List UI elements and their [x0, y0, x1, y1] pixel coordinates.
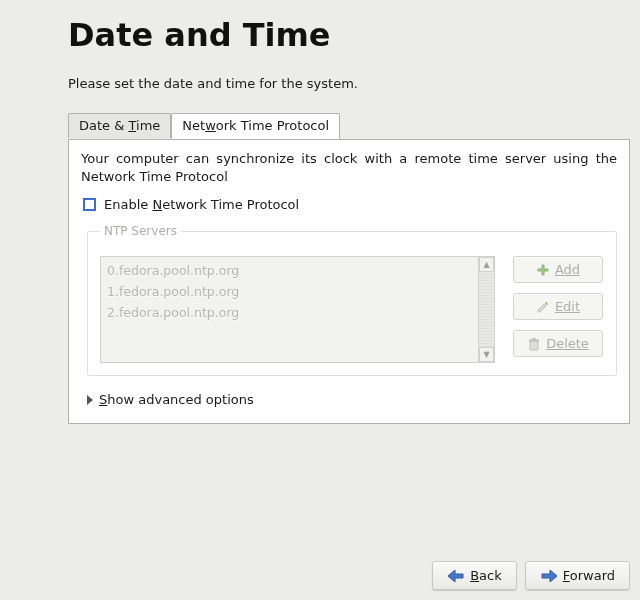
tab-panel-ntp: Your computer can synchronize its clock … [68, 139, 630, 424]
expander-triangle-icon [87, 395, 93, 405]
forward-label: Forward [563, 568, 615, 583]
tab-ntp[interactable]: Network Time Protocol [171, 113, 340, 139]
edit-label: Edit [555, 299, 580, 314]
tab-date-time[interactable]: Date & Time [68, 113, 171, 138]
svg-rect-1 [532, 338, 536, 340]
forward-button[interactable]: Forward [525, 561, 630, 590]
ntp-server-item[interactable]: 1.fedora.pool.ntp.org [101, 281, 478, 302]
ntp-servers-legend: NTP Servers [100, 224, 181, 238]
delete-label: Delete [546, 336, 589, 351]
back-button[interactable]: Back [432, 561, 517, 590]
edit-icon [536, 300, 550, 314]
add-label: Add [555, 262, 580, 277]
scroll-down-button[interactable]: ▼ [479, 347, 494, 362]
ntp-server-item[interactable]: 2.fedora.pool.ntp.org [101, 302, 478, 323]
forward-arrow-icon [540, 569, 558, 583]
back-label: Back [470, 568, 502, 583]
svg-rect-0 [529, 339, 539, 341]
ntp-server-item[interactable]: 0.fedora.pool.ntp.org [101, 260, 478, 281]
page-instruction: Please set the date and time for the sys… [0, 54, 640, 91]
enable-ntp-label: Enable Network Time Protocol [104, 197, 299, 212]
delete-icon [527, 337, 541, 351]
ntp-description: Your computer can synchronize its clock … [81, 150, 617, 185]
show-advanced-label: Show advanced options [99, 392, 254, 407]
ntp-servers-group: NTP Servers 0.fedora.pool.ntp.org1.fedor… [87, 224, 617, 376]
edit-button[interactable]: Edit [513, 293, 603, 320]
delete-button[interactable]: Delete [513, 330, 603, 357]
tab-strip: Date & Time Network Time Protocol [68, 113, 640, 139]
show-advanced-expander[interactable]: Show advanced options [87, 392, 617, 407]
scrollbar[interactable]: ▲ ▼ [478, 257, 494, 362]
add-icon [536, 263, 550, 277]
add-button[interactable]: Add [513, 256, 603, 283]
enable-ntp-checkbox[interactable] [83, 198, 96, 211]
scroll-up-button[interactable]: ▲ [479, 257, 494, 272]
ntp-server-listbox[interactable]: 0.fedora.pool.ntp.org1.fedora.pool.ntp.o… [100, 256, 495, 363]
back-arrow-icon [447, 569, 465, 583]
page-title: Date and Time [0, 0, 640, 54]
